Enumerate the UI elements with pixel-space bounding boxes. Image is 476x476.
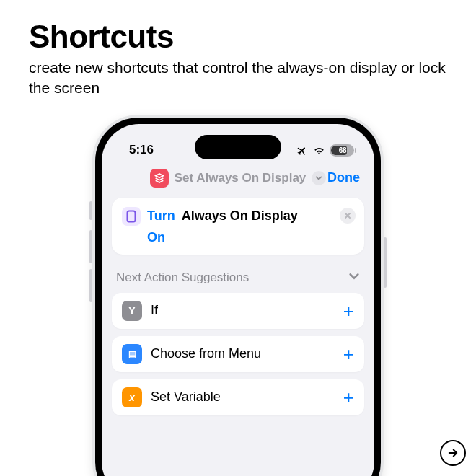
suggestions-list: Y If + ▤ Choose from Menu + x Set Variab… [112, 293, 364, 415]
action-verb[interactable]: Turn [147, 208, 175, 224]
add-icon[interactable]: + [343, 388, 354, 407]
phone-switch [89, 201, 92, 220]
phone-power [384, 237, 387, 288]
suggestion-label: Choose from Menu [151, 346, 343, 361]
battery-percent: 68 [331, 146, 354, 154]
add-icon[interactable]: + [343, 301, 354, 320]
svg-rect-0 [128, 211, 136, 221]
next-page-button[interactable] [440, 440, 466, 466]
wifi-icon [313, 145, 325, 155]
suggestion-label: If [151, 303, 343, 318]
action-target: Always On Display [182, 208, 298, 224]
suggestion-set-variable[interactable]: x Set Variable + [112, 379, 364, 415]
page-title: Shortcuts [29, 19, 476, 55]
title-chevron-icon[interactable] [312, 171, 326, 185]
menu-icon: ▤ [122, 344, 142, 364]
action-card[interactable]: Turn Always On Display On [112, 198, 364, 255]
variable-icon: x [122, 387, 142, 407]
arrow-right-icon [446, 446, 459, 459]
airplane-icon [296, 144, 309, 157]
suggestion-label: Set Variable [151, 389, 343, 405]
action-state[interactable]: On [147, 230, 354, 245]
phone-screen: 5:16 68 Set A [102, 124, 374, 476]
battery-icon: 68 [330, 144, 354, 157]
suggestion-if[interactable]: Y If + [112, 293, 364, 329]
page-subtitle: create new shortcuts that control the al… [29, 58, 447, 99]
suggestions-title: Next Action Suggestions [116, 270, 249, 285]
suggestion-choose-menu[interactable]: ▤ Choose from Menu + [112, 336, 364, 372]
aod-icon [122, 207, 141, 226]
phone-volume-down [89, 269, 92, 302]
clear-action-button[interactable] [340, 208, 356, 224]
shortcut-app-icon[interactable] [150, 169, 169, 188]
status-time: 5:16 [129, 143, 154, 157]
dynamic-island [195, 135, 281, 159]
if-icon: Y [122, 301, 142, 321]
phone-frame: 5:16 68 Set A [92, 115, 384, 476]
add-icon[interactable]: + [343, 345, 354, 363]
editor-header: Set Always On Display Done [102, 163, 374, 198]
phone-volume-up [89, 230, 92, 263]
done-button[interactable]: Done [327, 170, 360, 185]
suggestions-collapse-icon[interactable] [348, 270, 360, 286]
shortcut-title[interactable]: Set Always On Display [175, 171, 307, 185]
